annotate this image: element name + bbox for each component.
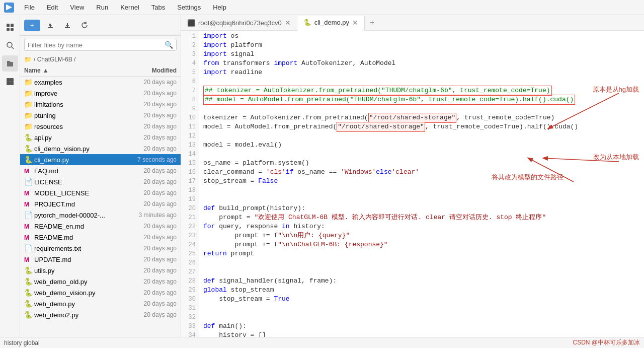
menu-file[interactable]: File	[22, 3, 37, 12]
sidebar-icon-extensions[interactable]	[2, 74, 18, 90]
file-modified: 20 days ago	[126, 178, 177, 185]
svg-line-5	[12, 47, 14, 49]
svg-rect-7	[10, 78, 14, 82]
list-item[interactable]: 📄 LICENSE 20 days ago	[20, 176, 181, 187]
menu-settings[interactable]: Settings	[175, 3, 203, 12]
svg-rect-1	[11, 24, 14, 27]
list-item[interactable]: 📁 resources 20 days ago	[20, 121, 181, 132]
app-logo	[4, 3, 14, 13]
upload-button[interactable]	[43, 18, 57, 32]
code-line: clear_command = 'cls' if os_name == 'Win…	[199, 168, 644, 177]
file-modified: 20 days ago	[126, 311, 177, 318]
file-modified: 20 days ago	[126, 234, 177, 241]
list-item[interactable]: M FAQ.md 20 days ago	[20, 165, 181, 176]
file-modified: 20 days ago	[126, 145, 177, 152]
menu-view[interactable]: View	[68, 3, 86, 12]
line-number: 28	[181, 276, 199, 286]
line-number: 24	[181, 240, 199, 249]
code-line	[199, 77, 644, 86]
file-modified: 20 days ago	[126, 267, 177, 274]
list-item[interactable]: M MODEL_LICENSE 20 days ago	[20, 187, 181, 198]
line-number: 6	[181, 77, 199, 86]
tab-bar: ⬛ root@cqbiq6nhri0c73eq3cv0 ✕ 🐍 cli_demo…	[181, 15, 644, 31]
download-button[interactable]	[60, 18, 74, 32]
file-name: cli_demo.py	[34, 156, 126, 164]
tab-terminal-close[interactable]: ✕	[285, 19, 291, 27]
list-item[interactable]: 🐍 api.py 20 days ago	[20, 132, 181, 143]
file-icon: 🐍	[24, 311, 34, 319]
file-modified: 20 days ago	[126, 200, 177, 207]
line-number: 16	[181, 168, 199, 177]
line-number: 21	[181, 213, 199, 222]
file-modified: 20 days ago	[126, 79, 177, 86]
list-item[interactable]: 📄 pytorch_model-00002-... 3 minutes ago	[20, 210, 181, 221]
search-bar[interactable]: 🔍	[24, 39, 177, 51]
code-line: def signal_handler(signal, frame):	[199, 276, 644, 286]
tab-terminal[interactable]: ⬛ root@cqbiq6nhri0c73eq3cv0 ✕	[181, 16, 297, 30]
code-editor: 1234567891011121314151617181920212223242…	[181, 31, 644, 337]
menu-kernel[interactable]: Kernel	[118, 3, 141, 12]
list-item[interactable]: 🐍 web_demo.py 20 days ago	[20, 298, 181, 309]
file-modified: 20 days ago	[126, 101, 177, 108]
file-name: cli_demo_vision.py	[34, 145, 126, 153]
list-item[interactable]: 🐍 cli_demo.py 7 seconds ago	[20, 154, 181, 165]
breadcrumb-text: / ChatGLM-6B /	[34, 56, 75, 63]
list-item[interactable]: 🐍 cli_demo_vision.py 20 days ago	[20, 143, 181, 154]
list-item[interactable]: 🐍 web_demo_old.py 20 days ago	[20, 276, 181, 287]
col-name-header[interactable]: Name ▲	[24, 67, 126, 74]
list-item[interactable]: 🐍 utils.py 20 days ago	[20, 265, 181, 276]
code-line: return prompt	[199, 249, 644, 258]
file-modified: 20 days ago	[126, 278, 177, 285]
line-number: 32	[181, 313, 199, 322]
file-icon: 🐍	[24, 133, 34, 142]
sidebar-icon-search[interactable]	[2, 37, 18, 53]
menu-run[interactable]: Run	[94, 3, 110, 12]
refresh-button[interactable]	[77, 18, 92, 32]
tab-add-button[interactable]: +	[365, 15, 379, 30]
code-line	[199, 304, 644, 313]
list-item[interactable]: 📁 ptuning 20 days ago	[20, 110, 181, 121]
file-icon: 🐍	[24, 266, 34, 274]
svg-rect-8	[7, 78, 10, 82]
sidebar-icon-files[interactable]	[2, 19, 18, 35]
file-name: README_en.md	[34, 223, 126, 230]
list-item[interactable]: M UPDATE.md 20 days ago	[20, 254, 181, 265]
list-item[interactable]: M README_en.md 20 days ago	[20, 221, 181, 232]
menu-tabs[interactable]: Tabs	[149, 3, 167, 12]
file-name: limitations	[34, 101, 126, 108]
file-panel: + 🔍 📁 / ChatGLM-6B /	[20, 15, 181, 337]
watermark: CSDN @中杯可乐多加冰	[573, 338, 640, 347]
list-item[interactable]: 📁 examples 20 days ago	[20, 77, 181, 88]
file-name: web_demo_vision.py	[34, 289, 126, 297]
search-input[interactable]	[28, 41, 165, 49]
search-icon: 🔍	[165, 41, 173, 49]
list-item[interactable]: 📁 limitations 20 days ago	[20, 99, 181, 110]
list-item[interactable]: 🐍 web_demo2.py 20 days ago	[20, 309, 181, 320]
list-item[interactable]: M PROJECT.md 20 days ago	[20, 198, 181, 210]
code-line	[199, 104, 644, 113]
sidebar-icon-explorer[interactable]	[2, 55, 18, 72]
file-list: 📁 examples 20 days ago 📁 improve 20 days…	[20, 77, 181, 337]
line-number: 26	[181, 258, 199, 267]
tab-clidemo-close[interactable]: ✕	[352, 19, 358, 27]
code-line: os_name = platform.system()	[199, 159, 644, 168]
code-line: for query, response in history:	[199, 222, 644, 231]
code-content[interactable]: import osimport platformimport signalfro…	[199, 31, 644, 337]
new-button[interactable]: +	[24, 20, 40, 31]
file-name: FAQ.md	[34, 167, 126, 175]
code-line: import readline	[199, 68, 644, 77]
file-name: MODEL_LICENSE	[34, 189, 126, 197]
code-line	[199, 313, 644, 322]
menu-edit[interactable]: Edit	[45, 3, 60, 12]
file-name: UPDATE.md	[34, 256, 126, 263]
file-icon: M	[24, 200, 34, 208]
list-item[interactable]: 📁 improve 20 days ago	[20, 88, 181, 99]
tab-clidemo[interactable]: 🐍 cli_demo.py ✕	[297, 16, 365, 31]
menu-help[interactable]: Help	[211, 3, 228, 12]
list-item[interactable]: 🐍 web_demo_vision.py 20 days ago	[20, 287, 181, 298]
code-line: history = []	[199, 331, 644, 337]
list-item[interactable]: 📄 requirements.txt 20 days ago	[20, 243, 181, 254]
list-item[interactable]: M README.md 20 days ago	[20, 232, 181, 243]
file-icon: M	[24, 189, 34, 197]
svg-point-4	[7, 42, 12, 47]
